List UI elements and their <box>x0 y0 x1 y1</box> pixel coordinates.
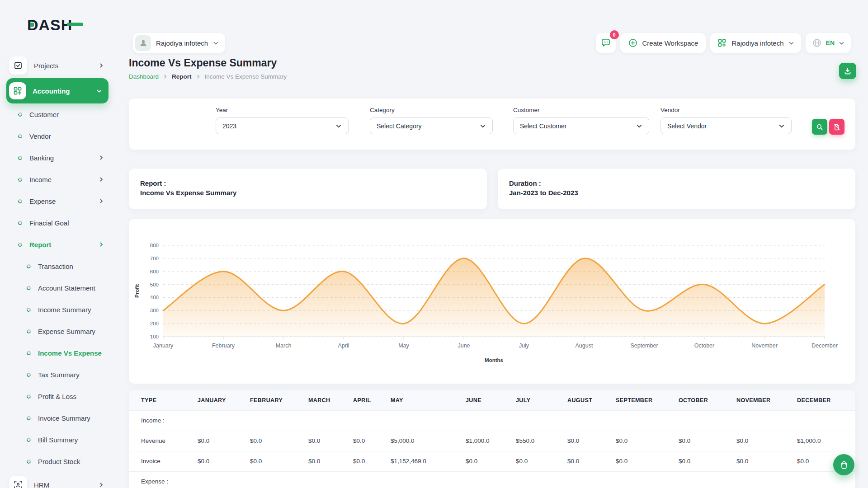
sidebar-item-finacial-goal[interactable]: Finacial Goal <box>0 212 111 234</box>
donut-icon <box>26 415 32 421</box>
sidebar-item-label: Banking <box>29 154 54 162</box>
svg-text:February: February <box>212 343 235 349</box>
chevron-down-icon <box>788 40 794 46</box>
chevron-right-icon <box>99 198 104 204</box>
donut-icon <box>18 242 23 247</box>
apply-filter-button[interactable] <box>812 119 827 135</box>
category-label: Category <box>370 107 493 113</box>
sidebar-item-transaction[interactable]: Transaction <box>0 255 111 277</box>
summary-table-card: TYPEJANUARYFEBRUARYMARCHAPRILMAYJUNEJULY… <box>129 390 855 488</box>
svg-text:200: 200 <box>150 321 159 326</box>
duration-card-value: Jan-2023 to Dec-2023 <box>509 189 855 197</box>
year-label: Year <box>216 107 349 113</box>
download-button[interactable] <box>839 63 856 79</box>
sidebar-item-product-stock[interactable]: Product Stock <box>0 450 111 472</box>
breadcrumb-dashboard[interactable]: Dashboard <box>129 73 159 80</box>
sidebar-item-account-statement[interactable]: Account Statement <box>0 277 111 299</box>
chevron-down-icon <box>480 123 486 129</box>
year-select[interactable]: 2023 <box>216 117 349 134</box>
reset-filter-button[interactable] <box>829 119 844 135</box>
cell-value: $0.0 <box>555 451 604 471</box>
language-selector[interactable]: EN <box>806 33 851 53</box>
category-field: Category Select Category <box>370 107 493 134</box>
chevron-right-icon <box>99 482 104 488</box>
vendor-select[interactable]: Select Vendor <box>660 117 792 134</box>
profit-series-area <box>163 258 825 337</box>
breadcrumb-report[interactable]: Report <box>172 73 192 80</box>
chevron-right-icon <box>99 177 104 182</box>
cell-value: $0.0 <box>185 431 238 451</box>
svg-text:May: May <box>398 343 409 349</box>
cell-value: $1,152,469.0 <box>378 451 453 471</box>
sidebar-item-report[interactable]: Report <box>0 234 111 255</box>
chevron-right-icon <box>99 155 104 160</box>
sidebar-item-label: HRM <box>34 481 49 488</box>
donut-icon <box>26 350 32 356</box>
customer-select[interactable]: Select Customer <box>513 117 649 134</box>
sidebar-item-invoice-summary[interactable]: Invoice Summary <box>0 407 111 429</box>
sidebar-item-tax-summary[interactable]: Tax Summary <box>0 364 111 385</box>
topbar-actions: 0 Create Workspace Rajodiya infotech EN <box>596 33 851 53</box>
workspace-switcher[interactable]: Rajodiya infotech <box>133 33 225 53</box>
org-selector[interactable]: Rajodiya infotech <box>710 33 801 53</box>
create-workspace-button[interactable]: Create Workspace <box>620 33 706 53</box>
section-label: Expense : <box>129 471 855 488</box>
messenger-button[interactable]: 0 <box>596 33 616 53</box>
cell-value: $0.0 <box>453 451 504 471</box>
plus-circle-icon <box>628 38 638 48</box>
chevron-down-icon <box>636 123 642 129</box>
report-card-value: Income Vs Expense Summary <box>140 189 487 197</box>
column-header-july: JULY <box>504 390 555 410</box>
svg-text:December: December <box>811 343 838 349</box>
column-header-august: AUGUST <box>555 390 604 410</box>
cell-value: $0.0 <box>341 451 378 471</box>
cell-value: $0.0 <box>238 451 296 471</box>
sidebar-item-banking[interactable]: Banking <box>0 147 111 169</box>
chevron-right-icon <box>196 74 201 79</box>
sidebar-item-label: Invoice Summary <box>38 414 90 422</box>
chevron-right-icon <box>99 63 104 68</box>
year-field: Year 2023 <box>216 107 349 134</box>
sidebar: DASH ProjectsAccountingCustomerVendorBan… <box>0 0 111 488</box>
svg-text:September: September <box>630 343 658 349</box>
sidebar-item-projects[interactable]: Projects <box>0 53 111 78</box>
svg-text:April: April <box>338 343 349 349</box>
chevron-down-icon <box>778 123 785 129</box>
svg-text:600: 600 <box>150 269 159 274</box>
globe-icon <box>812 38 822 48</box>
check-square-icon <box>9 56 27 75</box>
donut-icon <box>18 112 23 117</box>
duration-card-title: Duration : <box>509 179 855 187</box>
create-workspace-label: Create Workspace <box>642 39 698 47</box>
sidebar-item-label: Report <box>29 241 51 249</box>
sidebar-item-accounting[interactable]: Accounting <box>6 78 108 103</box>
donut-icon <box>18 155 23 160</box>
vendor-field: Vendor Select Vendor <box>660 107 792 134</box>
sidebar-item-label: Product Stock <box>38 458 80 465</box>
vendor-label: Vendor <box>660 107 792 113</box>
category-select[interactable]: Select Category <box>370 117 493 134</box>
chevron-right-icon <box>99 242 104 247</box>
workspace-name: Rajodiya infotech <box>156 39 208 47</box>
sidebar-item-profit-loss[interactable]: Profit & Loss <box>0 385 111 407</box>
cell-value: $0.0 <box>296 431 341 451</box>
chart-x-axis: JanuaryFebruaryMarchAprilMayJuneJulyAugu… <box>153 337 838 349</box>
sidebar-item-customer[interactable]: Customer <box>0 103 111 125</box>
sidebar-item-income[interactable]: Income <box>0 169 111 190</box>
sidebar-item-expense[interactable]: Expense <box>0 190 111 212</box>
cell-value: $0.0 <box>604 451 666 471</box>
sidebar-item-vendor[interactable]: Vendor <box>0 125 111 147</box>
download-icon <box>844 67 852 75</box>
sidebar-item-income-summary[interactable]: Income Summary <box>0 299 111 320</box>
app-logo[interactable]: DASH <box>0 0 111 50</box>
breadcrumb: Dashboard Report Income Vs Expense Summa… <box>129 73 287 80</box>
sidebar-item-expense-summary[interactable]: Expense Summary <box>0 320 111 342</box>
donut-icon <box>18 220 23 225</box>
sidebar-item-bill-summary[interactable]: Bill Summary <box>0 429 111 450</box>
sidebar-item-hrm[interactable]: HRM <box>0 472 111 488</box>
sidebar-item-income-vs-expense[interactable]: Income Vs Expense <box>0 342 111 364</box>
cell-value: $1,000.0 <box>785 431 855 451</box>
svg-text:January: January <box>153 343 174 349</box>
shop-fab-button[interactable] <box>833 454 854 475</box>
sidebar-item-label: Tax Summary <box>38 371 80 379</box>
